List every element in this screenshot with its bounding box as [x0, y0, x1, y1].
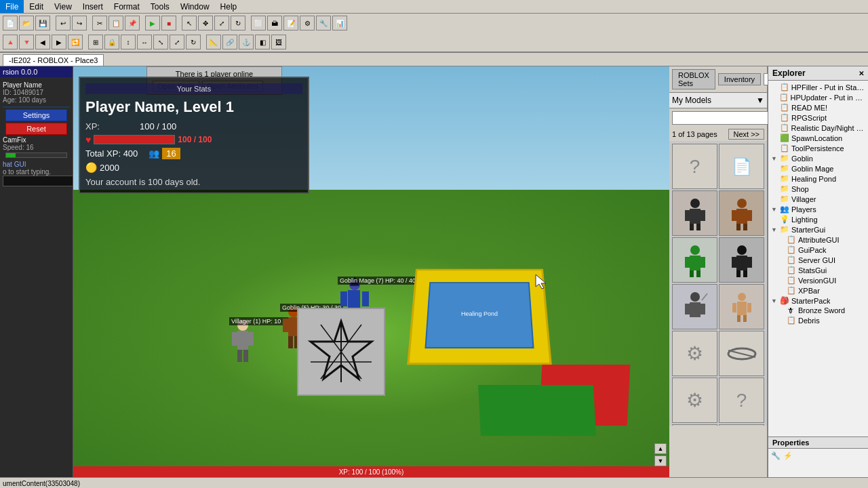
- tb-open[interactable]: 📂: [19, 16, 34, 30]
- tb-select[interactable]: ↖: [182, 16, 197, 30]
- scroll-up-btn[interactable]: ▲: [654, 443, 667, 454]
- tb2-snap[interactable]: 📐: [206, 35, 221, 49]
- tb-new[interactable]: 📄: [3, 16, 18, 30]
- model-item-3[interactable]: [719, 190, 764, 236]
- tree-item-shop[interactable]: 📁 Shop: [768, 184, 868, 194]
- roblox-sets-tab[interactable]: ROBLOX Sets: [672, 69, 715, 89]
- tree-item-statsgui[interactable]: 📋 StatsGui: [768, 265, 868, 275]
- tb2-grid[interactable]: ⊞: [88, 35, 103, 49]
- tb2-r2[interactable]: ↔: [137, 35, 152, 49]
- tb2-1[interactable]: 🔺: [3, 35, 18, 49]
- tb2-3[interactable]: ◀: [35, 35, 50, 49]
- tree-item-versiongui[interactable]: 📋 VersionGUI: [768, 275, 868, 285]
- menu-tools[interactable]: Tools: [145, 0, 175, 13]
- model-item-10[interactable]: ⚙: [672, 378, 717, 423]
- model-item-6[interactable]: [672, 284, 717, 329]
- tb2-r4[interactable]: ⤢: [170, 35, 184, 49]
- model-item-12[interactable]: 📄: [672, 424, 717, 426]
- svg-point-44: [737, 245, 747, 255]
- inventory-tab[interactable]: Inventory: [718, 73, 761, 85]
- tb-move[interactable]: ✥: [198, 16, 213, 30]
- menu-view[interactable]: View: [49, 0, 77, 13]
- tb-terrain[interactable]: 🏔: [267, 16, 282, 30]
- tree-item-goblinmage[interactable]: 📁 Goblin Mage: [768, 163, 868, 174]
- tree-item-hpfiller[interactable]: 📋 HPFiller - Put in Starter: [768, 82, 868, 92]
- model-item-5[interactable]: [719, 237, 764, 283]
- tb-undo[interactable]: ↩: [56, 16, 71, 30]
- tb2-anchor[interactable]: ⚓: [239, 35, 254, 49]
- tree-item-startergui[interactable]: ▼ 📁 StarterGui: [768, 224, 868, 235]
- model-item-8[interactable]: ⚙: [672, 331, 717, 376]
- tree-item-rpgscript[interactable]: 📋 RPGScript: [768, 113, 868, 123]
- model-item-9[interactable]: [719, 331, 764, 376]
- tree-item-goblin[interactable]: ▼ 📁 Goblin: [768, 153, 868, 163]
- tree-item-guipack[interactable]: 📋 GuiPack: [768, 245, 868, 255]
- tb-scale[interactable]: ⤢: [214, 16, 229, 30]
- explorer-close[interactable]: ✕: [859, 70, 864, 77]
- reset-button[interactable]: Reset: [5, 123, 67, 135]
- model-item-11[interactable]: ?: [719, 378, 764, 423]
- menu-help[interactable]: Help: [215, 0, 243, 13]
- tb2-r5[interactable]: ↻: [186, 35, 201, 49]
- tb2-weld[interactable]: 🔗: [222, 35, 237, 49]
- settings-button[interactable]: Settings: [5, 109, 67, 121]
- tree-item-toolpersistence[interactable]: 📋 ToolPersistence: [768, 143, 868, 153]
- tb-settings[interactable]: ⚙: [300, 16, 315, 30]
- next-page-button[interactable]: Next >>: [728, 129, 764, 140]
- tb-rotate[interactable]: ↻: [231, 16, 245, 30]
- tree-item-starterpack[interactable]: ▼ 🎒 StarterPack: [768, 296, 868, 306]
- green-block: [478, 385, 596, 436]
- tree-item-lighting[interactable]: 💡 Lighting: [768, 214, 868, 224]
- tree-item-xpbar[interactable]: 📋 XPBar: [768, 285, 868, 296]
- tb-play[interactable]: ▶: [145, 16, 160, 30]
- menu-insert[interactable]: Insert: [77, 0, 108, 13]
- tb2-4[interactable]: ▶: [52, 35, 66, 49]
- tb-stop[interactable]: ■: [161, 16, 176, 30]
- tree-item-attributegui[interactable]: 📋 AttributeGUI: [768, 235, 868, 245]
- model-item-4[interactable]: [672, 237, 717, 283]
- tb-extra2[interactable]: 📊: [332, 16, 347, 30]
- tb-script[interactable]: 📝: [283, 16, 298, 30]
- tb2-r3[interactable]: ⤡: [153, 35, 168, 49]
- tree-item-spawn[interactable]: 🟩 SpawnLocation: [768, 133, 868, 143]
- menu-format[interactable]: Format: [108, 0, 145, 13]
- model-item-2[interactable]: [672, 190, 717, 236]
- model-item-13[interactable]: 📄: [719, 424, 764, 426]
- tb-save[interactable]: 💾: [35, 16, 50, 30]
- model-icon-10: ⚙: [686, 389, 703, 411]
- tb2-r1[interactable]: ↕: [121, 35, 136, 49]
- tree-item-debris[interactable]: 📋 Debris: [768, 315, 868, 325]
- model-item-0[interactable]: ?: [672, 144, 717, 189]
- menu-edit[interactable]: Edit: [24, 0, 49, 13]
- menu-file[interactable]: File: [0, 0, 24, 13]
- tb-copy[interactable]: 📋: [108, 16, 123, 30]
- menu-window[interactable]: Window: [175, 0, 215, 13]
- tree-item-bronzesword[interactable]: 🗡 Bronze Sword: [768, 306, 868, 315]
- tree-item-daynight[interactable]: 📋 Realistic Day/Night Scri: [768, 123, 868, 133]
- tree-item-servergui[interactable]: 📋 Server GUI: [768, 255, 868, 265]
- tb2-texture[interactable]: 🖼: [271, 35, 286, 49]
- tree-item-readme[interactable]: 📋 READ ME!: [768, 102, 868, 113]
- tb-redo[interactable]: ↪: [72, 16, 87, 30]
- tb2-surface[interactable]: ◧: [255, 35, 270, 49]
- tb-paste[interactable]: 📌: [125, 16, 140, 30]
- tree-item-players[interactable]: ▼ 👥 Players: [768, 204, 868, 214]
- model-item-7[interactable]: [719, 284, 764, 329]
- tb-collide[interactable]: ⬜: [251, 16, 266, 30]
- models-search-input[interactable]: [672, 111, 772, 125]
- model-item-1[interactable]: 📄: [719, 144, 764, 189]
- villager-char: Villager (1) HP: 10 / 10: [229, 317, 256, 367]
- tb2-lock[interactable]: 🔒: [104, 35, 119, 49]
- tree-item-healingpond[interactable]: 📁 Healing Pond: [768, 174, 868, 184]
- scroll-down-btn[interactable]: ▼: [654, 455, 667, 466]
- models-header-dropdown[interactable]: ▼: [756, 96, 764, 105]
- tb-cut[interactable]: ✂: [92, 16, 107, 30]
- main-tab[interactable]: -IE202 - ROBLOX - Place3: [3, 54, 104, 66]
- tb2-5[interactable]: 🔁: [68, 35, 83, 49]
- tb2-2[interactable]: 🔻: [19, 35, 34, 49]
- tree-item-villager[interactable]: 📁 Villager: [768, 194, 868, 204]
- tb-extra1[interactable]: 🔧: [316, 16, 331, 30]
- chat-input[interactable]: [3, 176, 73, 186]
- tree-item-hpupdater[interactable]: 📋 HPUpdater - Put in Starter: [768, 92, 868, 102]
- models-header: My Models ▼: [669, 93, 767, 108]
